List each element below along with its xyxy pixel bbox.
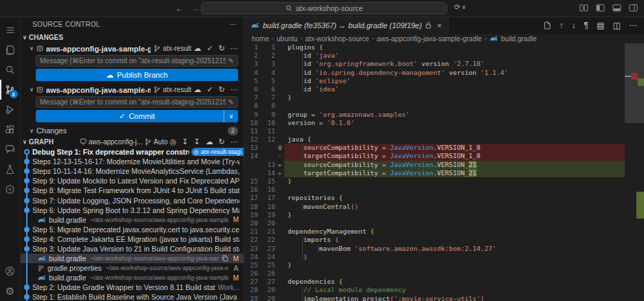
nav-back-icon[interactable]: ← [175,3,184,13]
code-line[interactable]: 33 id 'org.springframework.boot' version… [244,60,644,68]
graph-file-row[interactable]: build.gradle~/atx-workshop-source/aws-ap… [21,215,244,225]
branch-ref-pill[interactable]: ◎atx-result-stagi... [191,148,244,156]
changes-section-header[interactable]: ∨ CHANGES [21,32,244,43]
graph-commit-row[interactable]: Step 7: Update Logging, JSON Processing,… [21,195,244,205]
graph-file-row[interactable]: gradle.properties~/atx-workshop-source/a… [21,263,244,273]
code-line[interactable]: 99group = 'org.amazonaws.samples' [244,111,644,119]
close-icon[interactable]: × [437,21,441,30]
graph-commit-row[interactable]: Step 1: Establish Build Baseline with So… [21,292,244,301]
breadcrumb[interactable]: home›ubuntu›atx-workshop-source›aws-appc… [244,34,644,43]
code-line[interactable]: 1717repositories { [244,194,644,202]
code-line[interactable]: 2525} [244,261,644,269]
generate-message-icon[interactable]: ✎ [228,98,234,106]
generate-message-icon[interactable]: ✎ [228,57,234,65]
run-debug-icon[interactable] [0,100,21,120]
code-line[interactable]: 2929 implementation project(':movie-serv… [244,295,644,301]
code-line[interactable]: 1919} [244,211,644,219]
breadcrumb-item[interactable]: atx-workshop-source [305,35,369,43]
code-line[interactable]: 2828 // Local module dependency [244,286,644,294]
publish-branch-button[interactable]: ☁Publish Branch [36,69,238,81]
command-center-search[interactable]: atx-workshop-source [201,2,447,14]
graph-commit-row[interactable]: Step 5: Migrate Deprecated javax.securit… [21,225,244,234]
more-actions-icon[interactable]: ⋯ [629,21,637,30]
tab-build-gradle-diff[interactable]: build.gradle (fe35367) ↔ build.gradle (1… [244,17,449,34]
refresh-icon[interactable]: ↻ [219,137,225,146]
split-editor-icon[interactable]: ◫ [613,21,621,30]
code-line[interactable]: 1010version = '0.1.0' [244,119,644,127]
settings-gear-icon[interactable]: ⚙ [0,281,21,301]
breadcrumb-item[interactable]: home [252,35,269,43]
copy-icon[interactable] [222,255,228,262]
code-line[interactable]: 55 id 'eclipse' [244,77,644,85]
explorer-icon[interactable] [0,40,21,60]
refresh-icon[interactable]: ↻ [219,85,225,94]
code-line[interactable]: 1818 mavenCentral() [244,203,644,211]
code-line[interactable]: 13+ sourceCompatibility = JavaVersion.VE… [244,161,644,169]
commit-message-input[interactable]: Message (⌘Enter to commit on "atx-result… [36,96,238,108]
code-line[interactable]: 14- targetCompatibility = JavaVersion.VE… [244,152,644,160]
code-line[interactable]: 14+ targetCompatibility = JavaVersion.VE… [244,169,644,177]
code-line[interactable]: 2424 } [244,253,644,261]
chat-icon[interactable] [0,140,21,159]
code-line[interactable]: 2121dependencyManagement { [244,227,644,236]
commit-check-icon[interactable]: ✓ [207,85,213,94]
menu-icon[interactable] [0,20,21,40]
account-icon[interactable] [0,261,21,281]
nav-forward-icon[interactable]: → [192,3,200,13]
graph-section-header[interactable]: ∨ GRAPH aws-appconfig-j... Auto ◎ ↧ ↧ ☁ … [21,136,244,147]
source-control-icon[interactable]: 2 [0,80,21,100]
breadcrumb-item[interactable]: aws-appconfig-java-sample-gradle [376,35,482,43]
graph-commit-row[interactable]: Steps 10-11-14-16: Modernize MovieAnalyt… [21,166,244,176]
toggle-primary-sidebar-icon[interactable] [596,3,605,12]
code-line[interactable]: 44 id 'io.spring.dependency-management' … [244,69,644,77]
graph-commit-row[interactable]: Step 8: Migrate Test Framework from JUni… [21,186,244,195]
more-actions-icon[interactable]: ⋯ [230,21,237,28]
breadcrumb-item[interactable]: build.gradle [501,35,537,43]
pull-icon[interactable]: ↧ [182,137,188,146]
graph-commit-row[interactable]: Debug Step 1: Fix deprecated wrapper con… [21,147,244,157]
code-line[interactable]: 2020 [244,219,644,227]
code-line[interactable]: 2222 imports { [244,236,644,244]
commit-check-icon[interactable]: ✓ [207,44,213,53]
whitespace-icon[interactable]: ¶ [584,21,588,30]
test-beaker-icon[interactable] [0,159,21,179]
aws-toolkit-icon[interactable] [0,179,21,199]
push-icon[interactable]: ↧ [194,137,200,146]
more-actions-icon[interactable]: ⋯ [230,44,238,53]
code-line[interactable]: 88 [244,102,644,110]
previous-change-icon[interactable]: ↑ [559,21,564,30]
changes-row[interactable]: ∨ Changes 2 [21,125,244,136]
breadcrumb-item[interactable]: ubuntu [277,35,298,43]
target-icon[interactable]: ◎ [170,137,177,146]
code-line[interactable]: 1212java { [244,135,644,144]
code-line[interactable]: 66 id 'idea' [244,85,644,93]
open-file-icon[interactable] [543,21,551,30]
graph-commit-row[interactable]: Step 9: Update Mockito to Latest Version… [21,176,244,186]
scrollbar-track[interactable] [625,43,644,301]
next-change-icon[interactable]: ↓ [572,21,576,30]
toggle-panel-icon[interactable] [612,3,621,12]
toggle-secondary-sidebar-icon[interactable] [629,3,638,12]
code-line[interactable]: 11plugins { [244,43,644,52]
graph-file-row[interactable]: build.gradle~/atx-workshop-source/aws-ap… [21,273,244,282]
extensions-icon[interactable] [0,120,21,140]
book-icon[interactable]: ▤ [597,21,604,30]
graph-commit-row[interactable]: Step 3: Update Java Version to 21 in Bui… [21,244,244,254]
commit-message-input[interactable]: Message (⌘Enter to commit on "atx-result… [36,55,238,67]
graph-commit-row[interactable]: Step 4: Complete Jakarta EE Migration (j… [21,234,244,244]
code-line[interactable]: 2727dependencies { [244,278,644,286]
refresh-icon[interactable]: ↻ [219,44,225,53]
customize-layout-icon[interactable] [579,3,588,12]
search-sidebar-icon[interactable] [0,60,21,80]
code-line[interactable]: 77} [244,93,644,102]
commit-button[interactable]: ✓Commit∨ [36,110,238,122]
code-line[interactable]: 2626 [244,269,644,278]
publish-cloud-icon[interactable]: ☁ [194,85,202,94]
graph-repo-picker[interactable]: aws-appconfig-j... [80,138,142,146]
repo-row[interactable]: ∨aws-appconfig-java-sample-gradleatx-res… [21,43,244,54]
code-line[interactable]: 1515} [244,177,644,186]
more-actions-icon[interactable]: ⋯ [230,85,238,94]
code-line[interactable]: 1616 [244,186,644,194]
fetch-cloud-icon[interactable]: ☁ [206,137,213,146]
graph-commit-row[interactable]: Step 6: Update Spring Boot to 3.2.12 and… [21,205,244,215]
